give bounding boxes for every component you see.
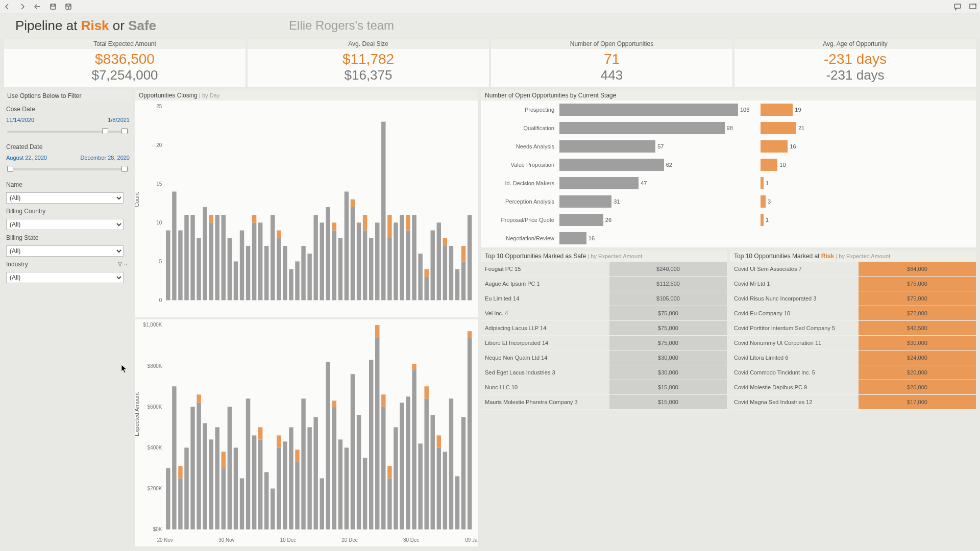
svg-text:$400K: $400K <box>148 444 162 450</box>
stage-row[interactable]: Negotiation/Review16 <box>481 229 976 247</box>
svg-rect-80 <box>178 466 182 478</box>
svg-rect-121 <box>381 394 385 407</box>
closing-amount-chart[interactable]: $0K$200K$400K$600K$800K$1,000K20 Nov30 N… <box>135 319 478 546</box>
table-row[interactable]: Mauris Molestie Pharetra Company 3$15,00… <box>481 395 727 410</box>
billing-country-select[interactable]: (All) <box>6 219 124 230</box>
table-row[interactable]: Covid Magna Sed Industries 12$17,000 <box>730 395 976 410</box>
title-bar: Pipeline at Risk or Safe Ellie Rogers's … <box>0 13 980 38</box>
stage-row[interactable]: Value Proposition6210 <box>481 156 976 174</box>
svg-rect-131 <box>424 386 428 398</box>
svg-rect-69 <box>461 246 465 261</box>
table-row[interactable]: Libero Et Incorporated 14$75,000 <box>481 336 727 350</box>
svg-rect-59 <box>418 254 422 300</box>
table-row[interactable]: Sed Eget Lacus Industries 3$30,000 <box>481 365 727 380</box>
svg-text:10 Dec: 10 Dec <box>280 537 296 543</box>
filter-name-label: Name <box>4 180 132 189</box>
stage-chart[interactable]: Number of Open Opportunities by Current … <box>481 90 976 247</box>
undo-step-icon[interactable] <box>34 3 42 11</box>
svg-rect-119 <box>375 325 379 337</box>
filter-icon[interactable] <box>117 261 128 267</box>
stage-row[interactable]: Proposal/Price Quote261 <box>481 211 976 229</box>
name-select[interactable]: (All) <box>6 192 124 204</box>
svg-rect-22 <box>234 261 238 300</box>
svg-rect-16 <box>203 207 207 300</box>
created-date-slider[interactable] <box>7 166 129 173</box>
svg-text:09 Jan: 09 Jan <box>465 537 478 543</box>
count-axis-label: Count <box>134 192 140 207</box>
svg-text:20: 20 <box>156 141 162 148</box>
svg-rect-124 <box>394 427 398 529</box>
svg-rect-64 <box>443 246 447 300</box>
close-date-slider[interactable] <box>7 128 129 135</box>
svg-rect-50 <box>375 222 379 300</box>
svg-rect-15 <box>197 238 201 300</box>
table-row[interactable]: Covid Commodo Tincidunt Inc. 5$20,000 <box>730 365 976 380</box>
svg-rect-23 <box>240 231 244 300</box>
svg-rect-37 <box>313 215 317 300</box>
table-row[interactable]: Eu Limited 14$105,000 <box>481 291 727 306</box>
billing-state-select[interactable]: (All) <box>6 245 124 257</box>
svg-text:30 Dec: 30 Dec <box>403 537 419 543</box>
svg-rect-62 <box>431 231 435 300</box>
svg-rect-39 <box>326 207 330 300</box>
svg-rect-43 <box>345 192 349 300</box>
svg-rect-139 <box>468 337 472 529</box>
forward-icon[interactable] <box>18 3 27 11</box>
svg-rect-102 <box>289 427 293 529</box>
svg-rect-53 <box>387 215 391 238</box>
table-row[interactable]: Covid Risus Nunc Incorporated 3$75,000 <box>730 291 976 306</box>
svg-rect-105 <box>301 398 305 529</box>
svg-text:15: 15 <box>156 180 162 187</box>
svg-rect-57 <box>406 215 410 230</box>
svg-rect-92 <box>240 479 244 530</box>
team-name: Ellie Rogers's team <box>289 18 394 33</box>
svg-rect-107 <box>313 417 317 529</box>
table-row[interactable]: Adipiscing Lacus LLP 14$75,000 <box>481 321 727 336</box>
table-row[interactable]: Nunc LLC 10$15,000 <box>481 380 727 395</box>
svg-rect-100 <box>277 435 281 447</box>
amount-axis-label: Expected Amount <box>134 392 140 436</box>
table-row[interactable]: Covid Ut Sem Associates 7$84,000 <box>730 262 976 277</box>
table-row[interactable]: Feugiat PC 15$240,000 <box>481 262 727 277</box>
svg-rect-112 <box>338 439 342 529</box>
svg-text:$0K: $0K <box>153 525 162 532</box>
closing-count-chart[interactable]: Opportunities Closing | by Day 051015202… <box>135 90 478 317</box>
svg-rect-61 <box>424 269 428 277</box>
stage-row[interactable]: Qualification9821 <box>481 119 976 137</box>
present-icon[interactable] <box>969 3 977 11</box>
back-icon[interactable] <box>3 3 11 11</box>
svg-rect-114 <box>351 374 355 529</box>
filter-panel: Use Options Below to Filter Cose Date 11… <box>4 90 132 546</box>
save-as-icon[interactable] <box>64 3 72 11</box>
table-row[interactable]: Covid Porttitor Interdum Sed Company 5$4… <box>730 321 976 336</box>
svg-rect-84 <box>197 394 201 403</box>
svg-rect-125 <box>400 403 404 529</box>
table-row[interactable]: Vel Inc. 4$75,000 <box>481 306 727 321</box>
table-row[interactable]: Covid Eu Company 10$72,000 <box>730 306 976 321</box>
stage-row[interactable]: Prospecting10619 <box>481 101 976 119</box>
stage-row[interactable]: Needs Analysis5716 <box>481 137 976 156</box>
svg-rect-96 <box>258 427 262 439</box>
table-row[interactable]: Augue Ac Ipsum PC 1$112,500 <box>481 277 727 291</box>
svg-rect-54 <box>394 222 398 300</box>
table-row[interactable]: Neque Non Quam Ltd 14$30,000 <box>481 350 727 365</box>
comment-icon[interactable] <box>953 3 962 11</box>
stage-row[interactable]: Id. Decision Makers471 <box>481 174 976 192</box>
save-icon[interactable] <box>49 3 57 11</box>
svg-rect-17 <box>209 222 213 300</box>
stage-row[interactable]: Perception Analysis313 <box>481 192 976 211</box>
table-row[interactable]: Covid Mi Ltd 1$75,000 <box>730 277 976 291</box>
svg-rect-40 <box>332 231 336 300</box>
table-row[interactable]: Covid Molestie Dapibus PC 9$20,000 <box>730 380 976 395</box>
svg-rect-27 <box>258 222 262 300</box>
svg-rect-30 <box>277 238 281 300</box>
svg-rect-93 <box>246 398 250 529</box>
table-row[interactable]: Covid Litora Limited 6$24,000 <box>730 350 976 365</box>
industry-select[interactable]: (All) <box>6 272 124 283</box>
svg-rect-104 <box>295 449 299 462</box>
safe-table: Top 10 Opportunities Marked as Safe | by… <box>481 251 727 546</box>
table-row[interactable]: Covid Nonummy Ut Corporation 11$30,000 <box>730 336 976 350</box>
svg-rect-122 <box>387 479 391 530</box>
kpi-card: Avg. Deal Size$11,782$16,375 <box>248 39 489 87</box>
kpi-card: Number of Open Opportunities71443 <box>491 39 732 87</box>
